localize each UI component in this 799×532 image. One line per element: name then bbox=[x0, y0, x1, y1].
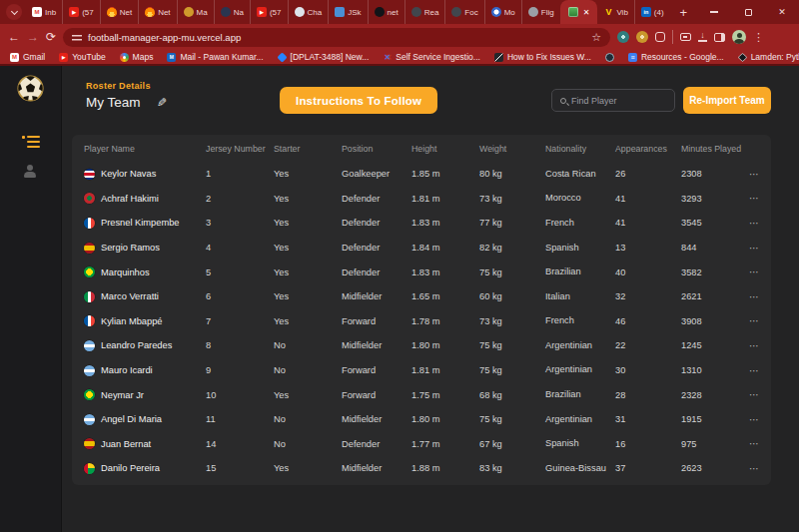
black-dot-icon bbox=[375, 7, 385, 17]
row-actions-button[interactable]: ⋯ bbox=[749, 193, 761, 204]
find-player-input[interactable]: Find Player bbox=[551, 89, 675, 112]
table-row[interactable]: Leandro Paredes8NoMidfielder1.80 m75 kgA… bbox=[84, 333, 759, 358]
youtube-icon bbox=[257, 7, 267, 17]
bookmark-gmail[interactable]: Gmail bbox=[10, 52, 45, 62]
tab-Net[interactable]: Net bbox=[100, 0, 138, 24]
downloads-icon[interactable]: ↓ bbox=[698, 32, 707, 42]
tab-(4)[interactable]: (4) bbox=[634, 0, 670, 24]
table-row[interactable]: Mauro Icardi9NoForward1.81 m75 kgArgenti… bbox=[84, 358, 759, 383]
row-actions-button[interactable]: ⋯ bbox=[749, 365, 761, 376]
maximize-button[interactable] bbox=[731, 0, 765, 24]
bookmark-youtube[interactable]: YouTube bbox=[59, 52, 105, 62]
bookmark-globe[interactable] bbox=[605, 53, 614, 62]
row-actions-button[interactable]: ⋯ bbox=[749, 243, 761, 254]
menu-kebab-icon[interactable]: ⋮ bbox=[753, 31, 764, 44]
tab-close-icon[interactable]: ✕ bbox=[583, 8, 590, 17]
starter: Yes bbox=[274, 218, 342, 228]
column-header: Minutes Played bbox=[681, 144, 749, 154]
nationality: Spanish bbox=[545, 438, 615, 449]
tab-Vib[interactable]: Vib bbox=[597, 0, 633, 24]
tab-Rea[interactable]: Rea bbox=[404, 0, 445, 24]
back-button[interactable]: ← bbox=[8, 31, 20, 43]
row-actions-button[interactable]: ⋯ bbox=[749, 315, 761, 326]
forward-button[interactable]: → bbox=[27, 31, 39, 43]
table-row[interactable]: Sergio Ramos4YesDefender1.84 m82 kgSpani… bbox=[84, 236, 759, 261]
row-actions-button[interactable]: ⋯ bbox=[749, 414, 761, 425]
bookmark-dplat-3488-new[interactable]: [DPLAT-3488] New... bbox=[278, 52, 370, 62]
new-tab-button[interactable]: + bbox=[669, 5, 697, 20]
flag-france-icon bbox=[84, 315, 95, 326]
table-row[interactable]: Presnel Kimpembe3YesDefender1.83 m77 kgF… bbox=[84, 211, 759, 236]
edit-team-name-button[interactable]: ✎ bbox=[157, 96, 167, 110]
bookmark-resources-google[interactable]: Resources - Google... bbox=[628, 52, 724, 62]
tab-net[interactable]: net bbox=[368, 0, 404, 24]
extension-teal-icon[interactable] bbox=[617, 31, 629, 43]
row-actions-button[interactable]: ⋯ bbox=[749, 218, 761, 229]
sidebar-item-roster[interactable] bbox=[22, 136, 40, 149]
table-row[interactable]: Marco Verratti6YesMidfielder1.65 m60 kgI… bbox=[84, 284, 759, 309]
tab-Inb[interactable]: Inb bbox=[26, 0, 62, 24]
table-row[interactable]: Keylor Navas1YesGoalkeeper1.85 m80 kgCos… bbox=[84, 162, 759, 187]
tab-Na[interactable]: Na bbox=[214, 0, 250, 24]
row-actions-button[interactable]: ⋯ bbox=[749, 438, 761, 449]
table-row[interactable]: Juan Bernat14NoDefender1.77 m67 kgSpanis… bbox=[84, 432, 759, 457]
jersey-number: 6 bbox=[206, 291, 274, 301]
flag-italy-icon bbox=[84, 291, 95, 302]
row-actions-button[interactable]: ⋯ bbox=[749, 340, 761, 351]
navy-dot-icon bbox=[221, 7, 231, 17]
url-text: football-manager-app-mu.vercel.app bbox=[88, 32, 241, 43]
tab-active[interactable]: ✕ bbox=[560, 0, 598, 24]
side-panel-icon[interactable] bbox=[714, 33, 725, 42]
tab-(57[interactable]: (57 bbox=[62, 0, 100, 24]
instructions-button[interactable]: Instructions To Follow bbox=[280, 87, 437, 114]
bookmark-lamden-python-blo[interactable]: Lamden: Python Blo... bbox=[738, 52, 799, 62]
table-row[interactable]: Marquinhos5YesDefender1.83 m75 kgBrazili… bbox=[84, 260, 759, 284]
table-row[interactable]: Kylian Mbappé7YesForward1.78 m73 kgFrenc… bbox=[84, 309, 759, 334]
close-button[interactable]: ✕ bbox=[765, 0, 799, 24]
reload-button[interactable]: ⟳ bbox=[46, 31, 56, 43]
tab-search-button[interactable] bbox=[6, 4, 22, 20]
bookmark-self-service-ingestio[interactable]: Self Service Ingestio... bbox=[383, 52, 480, 62]
bookmark-mail-pawan-kumar[interactable]: Mail - Pawan Kumar... bbox=[167, 52, 263, 62]
blue-ring-icon bbox=[491, 7, 501, 17]
tab-label: Inb bbox=[45, 8, 56, 17]
row-actions-button[interactable]: ⋯ bbox=[749, 389, 761, 400]
tab-Net[interactable]: Net bbox=[138, 0, 176, 24]
row-actions-button[interactable]: ⋯ bbox=[749, 169, 761, 180]
tab-(57[interactable]: (57 bbox=[250, 0, 288, 24]
row-actions-button[interactable]: ⋯ bbox=[749, 266, 761, 277]
site-settings-icon[interactable] bbox=[72, 33, 82, 41]
tab-Foc[interactable]: Foc bbox=[444, 0, 483, 24]
row-actions-button[interactable]: ⋯ bbox=[749, 463, 761, 474]
tab-Flig[interactable]: Flig bbox=[521, 0, 560, 24]
table-row[interactable]: Achraf Hakimi2YesDefender1.81 m73 kgMoro… bbox=[84, 187, 759, 212]
extensions-puzzle-icon[interactable] bbox=[655, 32, 665, 42]
sidebar-item-players[interactable] bbox=[23, 165, 38, 177]
tab-Mo[interactable]: Mo bbox=[484, 0, 521, 24]
extension-gold-icon[interactable] bbox=[636, 31, 648, 43]
table-row[interactable]: Neymar Jr10YesForward1.75 m68 kgBrazilia… bbox=[84, 382, 759, 407]
reimport-team-button[interactable]: Re-Import Team bbox=[683, 87, 771, 114]
starter: No bbox=[274, 439, 342, 449]
bookmark-star-icon[interactable]: ☆ bbox=[591, 31, 601, 44]
flag-argentina-icon bbox=[84, 340, 95, 351]
table-row[interactable]: Danilo Pereira15YesMidfielder1.88 m83 kg… bbox=[84, 456, 759, 481]
tab-Ma[interactable]: Ma bbox=[177, 0, 214, 24]
tab-label: Flig bbox=[541, 8, 554, 17]
send-to-devices-icon[interactable] bbox=[680, 33, 691, 41]
bookmark-maps[interactable]: Maps bbox=[120, 52, 154, 62]
profile-avatar[interactable] bbox=[732, 30, 746, 44]
table-row[interactable]: Angel Di Maria11NoMidfielder1.80 m75 kgA… bbox=[84, 407, 759, 432]
nationality: Spanish bbox=[545, 243, 615, 254]
appearances: 41 bbox=[615, 218, 681, 228]
tab-Cha[interactable]: Cha bbox=[288, 0, 329, 24]
jersey-number: 14 bbox=[206, 439, 274, 449]
address-bar[interactable]: football-manager-app-mu.vercel.app ☆ bbox=[63, 28, 610, 47]
row-actions-button[interactable]: ⋯ bbox=[749, 291, 761, 302]
weight: 68 kg bbox=[479, 390, 545, 400]
jersey-number: 8 bbox=[206, 340, 274, 350]
minimize-button[interactable] bbox=[697, 0, 731, 24]
table-body: Keylor Navas1YesGoalkeeper1.85 m80 kgCos… bbox=[84, 162, 759, 481]
tab-JSk[interactable]: JSk bbox=[328, 0, 367, 24]
bookmark-how-to-fix-issues-w[interactable]: How to Fix Issues W... bbox=[494, 52, 591, 62]
